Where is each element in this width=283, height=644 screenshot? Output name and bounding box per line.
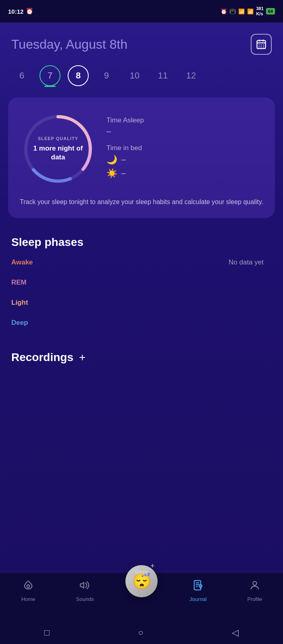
- journal-icon: [192, 580, 204, 594]
- time-in-bed-label: Time in bed: [106, 144, 265, 152]
- bottom-nav: Home Sounds + 😴 Sleep Jour: [0, 573, 283, 621]
- nav-item-journal[interactable]: Journal: [170, 577, 226, 602]
- day-label: Tuesday,: [11, 37, 63, 52]
- date-11[interactable]: 11: [152, 65, 173, 86]
- phase-row-deep: Deep: [11, 319, 272, 327]
- date-9[interactable]: 9: [96, 65, 117, 86]
- sleep-label: Sleep: [135, 569, 148, 575]
- phases-container: Awake No data yet REM Light Deep: [11, 258, 272, 327]
- sleep-stats: Time Asleep – Time in bed 🌙 – ☀️ –: [106, 116, 265, 182]
- svg-point-6: [263, 45, 264, 45]
- svg-point-4: [259, 45, 260, 45]
- bedtime-value: –: [121, 155, 126, 164]
- nav-item-profile[interactable]: Profile: [227, 577, 283, 602]
- alarm-status-icon: ⏰: [221, 8, 227, 14]
- back-button[interactable]: ◁: [232, 627, 239, 638]
- main-content: Tuesday, August 8th 6 7 8 9 10 11 12: [0, 23, 283, 622]
- sleep-circle-text: SLEEP QUALITY 1 more night of data: [28, 136, 88, 162]
- date-selector: 6 7 8 9 10 11 12: [0, 61, 283, 97]
- network-speed: 381K/s: [256, 6, 263, 17]
- date-6[interactable]: 6: [11, 65, 32, 86]
- sleep-quality-circle: SLEEP QUALITY 1 more night of data: [18, 109, 98, 189]
- svg-point-5: [261, 45, 262, 45]
- recordings-header: Recordings +: [11, 351, 272, 364]
- profile-icon: [249, 580, 260, 594]
- battery-level: 64: [266, 8, 275, 14]
- sleep-moon-icon: 😴: [132, 572, 151, 590]
- nav-item-home[interactable]: Home: [0, 577, 56, 602]
- recent-apps-button[interactable]: □: [44, 627, 50, 638]
- recordings-section: Recordings +: [0, 343, 283, 368]
- date-label: August 8th: [63, 37, 127, 52]
- home-label: Home: [21, 596, 35, 602]
- android-nav-bar: □ ○ ◁: [0, 621, 283, 644]
- sleep-card: SLEEP QUALITY 1 more night of data Time …: [8, 97, 275, 218]
- no-data-text: No data yet: [48, 258, 272, 266]
- profile-label: Profile: [247, 596, 262, 602]
- recordings-title: Recordings: [11, 351, 73, 364]
- sleep-quality-value: 1 more night of data: [28, 144, 88, 162]
- page-title: Tuesday, August 8th: [11, 37, 127, 52]
- home-button[interactable]: ○: [138, 627, 144, 638]
- alarm-icon: ⏰: [26, 8, 33, 15]
- vibrate-icon: 📳: [229, 8, 236, 14]
- calendar-icon: [256, 39, 267, 50]
- svg-point-13: [27, 585, 30, 588]
- date-8[interactable]: 8: [68, 65, 89, 86]
- sleep-track-text: Track your sleep tonight to analyze your…: [18, 197, 265, 207]
- sleep-phases-title: Sleep phases: [11, 236, 272, 249]
- bedtime-row: 🌙 –: [106, 155, 265, 165]
- sun-icon: ☀️: [106, 168, 117, 179]
- nav-item-sounds[interactable]: Sounds: [56, 577, 113, 602]
- status-bar: 10:12 ⏰ ⏰ 📳 📶 📶 381K/s 64: [0, 0, 283, 23]
- date-12[interactable]: 12: [181, 65, 202, 86]
- svg-point-8: [261, 46, 262, 47]
- nav-item-sleep[interactable]: + 😴 Sleep: [113, 577, 170, 580]
- time-asleep-label: Time Asleep: [106, 116, 265, 124]
- header: Tuesday, August 8th: [0, 23, 283, 61]
- phase-label-light: Light: [11, 299, 48, 307]
- svg-point-9: [263, 46, 264, 47]
- calendar-button[interactable]: [251, 34, 272, 55]
- phase-row-rem: REM: [11, 279, 272, 287]
- home-icon: [23, 580, 34, 594]
- phase-label-deep: Deep: [11, 319, 48, 327]
- status-time-area: 10:12 ⏰: [8, 8, 33, 15]
- sleep-phases-section: Sleep phases Awake No data yet REM Light…: [0, 228, 283, 343]
- phase-row-light: Light: [11, 299, 272, 307]
- sleep-card-top: SLEEP QUALITY 1 more night of data Time …: [18, 109, 265, 189]
- phase-row-awake: Awake No data yet: [11, 258, 272, 266]
- journal-label: Journal: [189, 596, 207, 602]
- signal-icon: 📶: [247, 8, 254, 14]
- sounds-label: Sounds: [76, 596, 94, 602]
- svg-point-16: [253, 582, 256, 585]
- wake-row: ☀️ –: [106, 168, 265, 179]
- date-7[interactable]: 7: [40, 65, 60, 86]
- wifi-icon: 📶: [238, 8, 245, 14]
- status-right-area: ⏰ 📳 📶 📶 381K/s 64: [221, 6, 275, 17]
- recordings-add-button[interactable]: +: [79, 351, 85, 364]
- date-10[interactable]: 10: [124, 65, 145, 86]
- moon-icon: 🌙: [106, 155, 117, 165]
- sounds-icon: [79, 580, 91, 594]
- sleep-quality-label: SLEEP QUALITY: [28, 136, 88, 141]
- svg-point-7: [259, 46, 260, 47]
- time-display: 10:12: [8, 8, 23, 15]
- phase-label-awake: Awake: [11, 258, 48, 266]
- time-asleep-value: –: [106, 127, 265, 136]
- phase-label-rem: REM: [11, 279, 48, 287]
- wake-value: –: [121, 169, 126, 178]
